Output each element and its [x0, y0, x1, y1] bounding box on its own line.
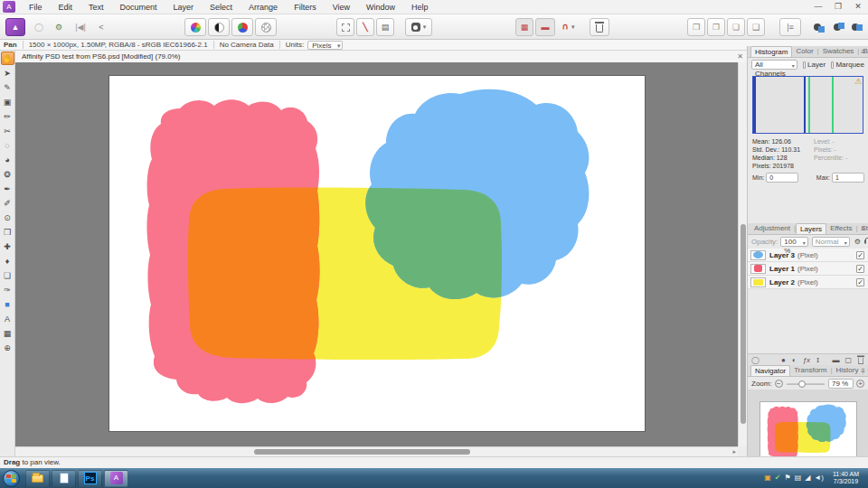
panel-menu-icon[interactable]: ≡ [861, 367, 865, 375]
move-tool[interactable]: ➤ [1, 66, 14, 80]
close-button[interactable]: ✕ [848, 0, 868, 14]
group-layers-icon[interactable]: ▬ [832, 356, 839, 364]
paint-brush-tool[interactable]: ✏ [1, 109, 14, 123]
taskbar-explorer-button[interactable] [25, 470, 50, 487]
transparency-button[interactable] [255, 18, 277, 36]
photo-persona-button[interactable]: ▲ [5, 18, 25, 36]
start-button[interactable] [3, 470, 20, 487]
healing-brush-tool[interactable]: ✚ [1, 239, 14, 253]
channels-button[interactable] [231, 18, 253, 36]
freehand-selection-tool[interactable]: ◌ [1, 138, 14, 152]
tab-swatches[interactable]: Swatches [819, 46, 858, 57]
pixel-brush-tool[interactable]: ✒ [1, 182, 14, 195]
assistant-button[interactable]: ▦ [515, 18, 533, 36]
menu-filters[interactable]: Filters [286, 0, 325, 14]
layer-visibility-checkbox[interactable]: ✓ [856, 251, 864, 259]
text-tool[interactable]: A [1, 312, 14, 325]
snapping-button[interactable]: ∪▾ [557, 18, 580, 36]
move-forward-button[interactable]: ❐ [707, 18, 725, 36]
insert-on-top-button[interactable] [848, 18, 866, 36]
menu-select[interactable]: Select [202, 0, 241, 14]
menu-window[interactable]: Window [358, 0, 403, 14]
layer-visibility-checkbox[interactable]: ✓ [856, 278, 864, 286]
network-icon[interactable]: ◢ [805, 474, 810, 483]
delete-button[interactable] [590, 18, 609, 36]
move-to-front-button[interactable]: ❒ [687, 18, 705, 36]
taskbar-clock[interactable]: 11:40 AM 7/3/2019 [827, 471, 864, 485]
tab-layers[interactable]: Layers [796, 223, 826, 234]
crop-tool[interactable]: ▣ [1, 95, 14, 108]
dodge-tool[interactable]: ⊙ [1, 211, 14, 224]
document-tab[interactable]: Affinity PSD test from PS6.psd [Modified… [15, 51, 747, 62]
move-backward-button[interactable]: ❏ [727, 18, 745, 36]
blend-mode-select[interactable]: Normal [812, 237, 850, 247]
lock-icon[interactable] [864, 239, 866, 244]
units-select[interactable]: Pixels [307, 41, 343, 50]
layer-row-3[interactable]: Layer 3 (Pixel) ✓ [748, 249, 868, 262]
color-wheel-button[interactable] [184, 18, 206, 36]
tab-transform[interactable]: Transform [790, 365, 830, 376]
taskbar-affinity-button[interactable]: A [104, 470, 128, 487]
clone-stamp-tool[interactable]: ❒ [1, 225, 14, 239]
color-picker-tool[interactable]: ✎ [1, 80, 14, 94]
layer-thumbnail[interactable] [750, 250, 766, 260]
tray-app-icon[interactable]: ▣ [764, 474, 771, 483]
menu-document[interactable]: Document [112, 0, 165, 14]
rectangle-tool[interactable]: ■ [1, 297, 14, 311]
assistant-options-button[interactable]: ▬ [535, 18, 555, 36]
marquee-toggle-button[interactable] [336, 18, 354, 36]
export-persona-button[interactable]: < [94, 18, 108, 36]
max-input[interactable]: 1 [832, 173, 864, 183]
alignment-button[interactable]: |≡ [779, 18, 801, 36]
zoom-in-button[interactable]: + [856, 380, 864, 388]
menu-arrange[interactable]: Arrange [241, 0, 286, 14]
new-layer-icon[interactable]: ▢ [844, 356, 852, 364]
eraser-tool[interactable]: ✐ [1, 196, 14, 210]
minimize-button[interactable]: — [808, 0, 828, 14]
menu-view[interactable]: View [325, 0, 358, 14]
layer-visibility-checkbox[interactable]: ✓ [856, 265, 864, 273]
layer-name[interactable]: Layer 1 [769, 265, 795, 273]
move-to-back-button[interactable]: ❑ [747, 18, 765, 36]
zoom-tool[interactable]: ⊕ [1, 341, 14, 354]
vertical-scroll-thumb[interactable] [741, 224, 746, 424]
zoom-value-input[interactable]: 79 % [828, 379, 854, 389]
color-replacement-tool[interactable]: ❂ [1, 167, 14, 181]
document-page[interactable] [109, 76, 645, 431]
patch-tool[interactable]: ❏ [1, 268, 14, 282]
opacity-select[interactable]: 100 % [780, 237, 807, 247]
mesh-warp-tool[interactable]: ▦ [1, 326, 14, 340]
layer-name[interactable]: Layer 2 [769, 278, 795, 286]
scroll-right-arrow-icon[interactable]: ▸ [732, 448, 736, 455]
layer-row-1[interactable]: Layer 1 (Pixel) ✓ [748, 262, 868, 276]
marquee-checkbox[interactable] [831, 61, 834, 69]
restore-button[interactable]: ❐ [828, 0, 848, 14]
gear-icon[interactable]: ⚙ [854, 238, 861, 246]
mask-layer-icon[interactable]: ● [781, 356, 786, 364]
taskbar-notepad-button[interactable] [52, 470, 76, 487]
tab-histogram[interactable]: Histogram [750, 46, 792, 57]
menu-text[interactable]: Text [80, 0, 112, 14]
volume-icon[interactable]: ◄) [814, 474, 824, 483]
canvas-viewport[interactable] [15, 62, 738, 446]
horizontal-scroll-thumb[interactable] [254, 449, 471, 455]
zoom-out-button[interactable]: − [775, 380, 783, 388]
panel-menu-icon[interactable]: ≡ [861, 225, 865, 233]
pen-tool[interactable]: ✑ [1, 283, 14, 296]
layer-checkbox[interactable] [803, 61, 806, 69]
liquify-persona-button[interactable]: ◯ [31, 18, 47, 36]
tab-effects[interactable]: Effects [826, 223, 855, 234]
tab-close-icon[interactable]: ✕ [737, 51, 743, 62]
panel-menu-icon[interactable]: ≡ [861, 48, 865, 56]
tray-device-icon[interactable]: ▤ [795, 474, 802, 483]
zoom-slider-thumb[interactable] [798, 380, 806, 388]
place-image-button[interactable]: ▤ [376, 18, 394, 36]
action-center-flag-icon[interactable]: ⚑ [784, 474, 790, 483]
warning-icon[interactable]: ⚠ [854, 77, 862, 86]
blur-tool[interactable]: ♦ [1, 254, 14, 267]
menu-edit[interactable]: Edit [51, 0, 81, 14]
snapping-line-button[interactable]: ╲ [356, 18, 374, 36]
channel-select[interactable]: All Channels [751, 60, 797, 70]
fx-icon[interactable]: ƒx [803, 356, 810, 364]
tray-green-app-icon[interactable]: ✔ [775, 474, 781, 483]
